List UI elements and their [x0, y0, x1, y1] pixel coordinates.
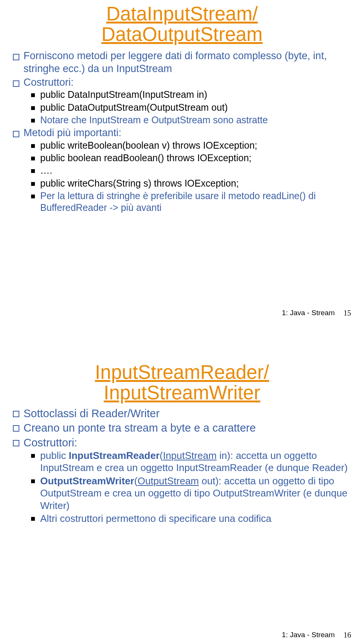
- s2-link: OutputStream: [138, 475, 199, 487]
- sub-method-1: public writeBoolean(boolean v) throws IO…: [40, 140, 353, 151]
- sub-ctor-1: public DataInputStream(InputStream in): [40, 89, 353, 101]
- slide-content: Sottoclassi di Reader/Writer Creano un p…: [11, 403, 353, 525]
- footer-label: 1: Java - Stream: [282, 309, 334, 317]
- sub-ctor-note: Notare che InputStream e OutputStream so…: [40, 114, 353, 126]
- title-line-1: InputStreamReader/: [95, 361, 269, 383]
- sub-ctor-others: Altri costruttori permettono di specific…: [40, 512, 353, 525]
- title-line-2: InputStreamWriter: [104, 382, 260, 404]
- slide-title: InputStreamReader/ InputStreamWriter: [11, 325, 353, 403]
- sub-method-note: Per la lettura di stringhe è preferibile…: [40, 190, 353, 214]
- slide-title: DataInputStream/ DataOutputStream: [11, 3, 353, 44]
- sub-method-note-text: Per la lettura di stringhe è preferibile…: [40, 190, 316, 213]
- page-number: 16: [344, 631, 351, 639]
- sub-method-ellipsis: ….: [40, 165, 353, 176]
- s1-link: InputStream: [163, 450, 217, 461]
- s1-pre: public: [40, 450, 69, 461]
- title-line-2: DataOutputStream: [101, 24, 262, 45]
- slide-content: Forniscono metodi per leggere dati di fo…: [11, 44, 353, 214]
- bullet-costruttori: Costruttori: public DataInputStream(Inpu…: [22, 76, 353, 126]
- slide-footer: 1: Java - Stream 16: [282, 631, 351, 639]
- s1-classname: InputStreamReader: [69, 450, 160, 461]
- bullet-bridge: Creano un ponte tra stream a byte e a ca…: [22, 421, 353, 435]
- footer-label: 1: Java - Stream: [282, 631, 334, 639]
- bullet-costruttori-label: Costruttori:: [24, 77, 74, 88]
- sub-ctor-osw: OutputStreamWriter(OutputStream out): ac…: [40, 475, 353, 512]
- sub-ctor-isr: public InputStreamReader(InputStream in)…: [40, 449, 353, 474]
- bullet-metodi-label: Metodi più importanti:: [24, 127, 121, 138]
- bullet-costruttori: Costruttori: public InputStreamReader(In…: [22, 436, 353, 525]
- bullet-intro-text: Forniscono metodi per leggere dati di fo…: [24, 50, 327, 74]
- s1-paren: (: [160, 450, 163, 461]
- bullet-costruttori-label: Costruttori:: [24, 437, 77, 449]
- title-line-1: DataInputStream/: [106, 3, 258, 25]
- bullet-subclasses: Sottoclassi di Reader/Writer: [22, 407, 353, 420]
- slide-footer: 1: Java - Stream 15: [282, 309, 351, 317]
- bullet-intro: Forniscono metodi per leggere dati di fo…: [22, 50, 353, 75]
- bullet-metodi: Metodi più importanti: public writeBoole…: [22, 127, 353, 214]
- sub-ctor-note-text: Notare che InputStream e OutputStream so…: [40, 115, 268, 125]
- slide-15: DataInputStream/ DataOutputStream Fornis…: [0, 0, 364, 322]
- sub-method-3: public writeChars(String s) throws IOExc…: [40, 177, 353, 189]
- page-number: 15: [344, 309, 351, 317]
- sub-ctor-2: public DataOutputStream(OutputStream out…: [40, 102, 353, 113]
- s2-paren: (: [134, 475, 138, 487]
- sub-method-2: public boolean readBoolean() throws IOEx…: [40, 152, 353, 164]
- slide-16: InputStreamReader/ InputStreamWriter Sot…: [0, 322, 364, 644]
- s2-classname: OutputStreamWriter: [40, 475, 134, 487]
